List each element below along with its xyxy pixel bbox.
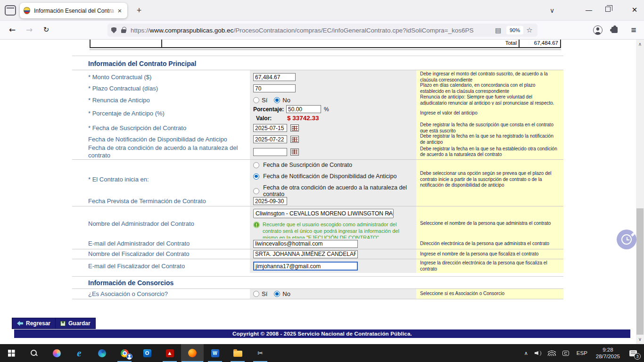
email-fiscalizador-input[interactable] bbox=[253, 262, 358, 271]
menu-hamburger-icon[interactable]: ≡ bbox=[627, 24, 640, 37]
form-row-email-administrador: E-mail del Administrador del Contrato Di… bbox=[72, 238, 563, 249]
radio-label-si: Sí bbox=[262, 97, 267, 104]
taskbar-internet-explorer-button[interactable]: e bbox=[68, 344, 91, 362]
form-row-fecha-otra-condicion: Fecha de otra condición de acuerdo a la … bbox=[72, 144, 563, 159]
tray-volume-button[interactable] bbox=[532, 344, 544, 362]
windows-logo-icon bbox=[8, 350, 15, 357]
monto-contractual-input[interactable] bbox=[253, 73, 296, 81]
scrollbar-thumb[interactable] bbox=[636, 208, 644, 335]
renuncia-si-radio[interactable] bbox=[253, 97, 259, 103]
section-title-consorcios: Información de Consorcios bbox=[72, 276, 563, 288]
taskbar-acrobat-button[interactable]: ▲ bbox=[158, 344, 181, 362]
tab-title: Información Esencial del Contra bbox=[34, 8, 116, 14]
tray-network-button[interactable] bbox=[545, 344, 558, 362]
firefox-icon bbox=[188, 349, 197, 357]
reload-button[interactable]: ↻ bbox=[40, 24, 53, 36]
tray-clock[interactable]: 9:2828/7/2025 bbox=[593, 344, 623, 362]
address-bar[interactable]: https://www.compraspublicas.gob.ec/Proce… bbox=[107, 24, 537, 37]
taskbar-copilot-button[interactable] bbox=[45, 344, 68, 362]
taskbar-snipping-tool-button[interactable]: ✂ bbox=[249, 344, 272, 362]
screen: Información Esencial del Contra × + ∨ — … bbox=[0, 0, 644, 362]
taskbar-edge-button[interactable] bbox=[91, 344, 113, 362]
total-label: Total bbox=[161, 40, 519, 47]
back-button[interactable]: ← bbox=[6, 24, 19, 36]
radio-label-no: No bbox=[282, 97, 290, 104]
taskbar-file-explorer-button[interactable] bbox=[226, 344, 249, 362]
browser-tab[interactable]: Información Esencial del Contra × bbox=[20, 3, 127, 18]
renuncia-no-radio[interactable] bbox=[274, 97, 280, 103]
system-tray: ∧ ESP 9:2828/7/2025 3 bbox=[522, 344, 644, 362]
word-icon: W bbox=[211, 349, 219, 357]
inicia-otra-condicion-radio[interactable] bbox=[253, 188, 259, 194]
inicia-notificacion-radio[interactable] bbox=[253, 173, 259, 180]
page-scrollbar[interactable]: ∧ ∨ bbox=[636, 40, 644, 344]
wifi-icon bbox=[548, 350, 556, 356]
inicia-suscripcion-radio[interactable] bbox=[253, 162, 259, 168]
site-favicon-icon bbox=[24, 7, 30, 14]
porcentaje-anticipo-input[interactable] bbox=[286, 105, 321, 113]
tray-date: 28/7/2025 bbox=[596, 354, 620, 359]
taskbar-chrome-button[interactable] bbox=[113, 344, 136, 362]
taskbar-start-button[interactable] bbox=[0, 344, 23, 362]
field-help bbox=[416, 196, 563, 206]
field-help: Debe registrar la fecha en la que se ha … bbox=[416, 144, 563, 159]
option-label: Fecha de otra condición de acuerdo a la … bbox=[263, 184, 416, 197]
windows-taskbar: e O ▲ W ✂ ∧ ESP 9:2828/7/2025 3 bbox=[0, 344, 644, 362]
scroll-up-icon[interactable]: ∧ bbox=[636, 41, 644, 48]
list-all-tabs-icon[interactable]: ∨ bbox=[546, 5, 558, 17]
plazo-contractual-input[interactable] bbox=[253, 84, 296, 92]
fecha-prevista-input[interactable] bbox=[253, 197, 287, 205]
taskbar-firefox-button[interactable] bbox=[181, 344, 204, 362]
calendar-icon[interactable] bbox=[290, 124, 299, 132]
administrador-select[interactable]: Cliwinsgton - CEVALLOS MORENO LIWINSGTON… bbox=[253, 209, 394, 218]
taskbar-outlook-button[interactable]: O bbox=[136, 344, 158, 362]
zoom-level-indicator[interactable]: 90% bbox=[506, 26, 523, 34]
contract-form: Información del Contrato Principal * Mon… bbox=[72, 56, 563, 299]
regresar-button[interactable]: Regresar bbox=[12, 318, 56, 329]
window-minimize-button[interactable]: — bbox=[581, 4, 597, 17]
url-text: https://www.compraspublicas.gob.ec/Proce… bbox=[131, 27, 493, 34]
bookmark-star-icon[interactable]: ☆ bbox=[525, 26, 534, 34]
fiscalizador-input[interactable] bbox=[253, 250, 358, 258]
email-administrador-input[interactable] bbox=[253, 240, 358, 248]
guardar-button[interactable]: Guardar bbox=[55, 318, 96, 329]
consorcio-si-radio[interactable] bbox=[253, 291, 259, 297]
lock-icon[interactable] bbox=[121, 27, 126, 33]
tray-language-indicator[interactable]: ESP bbox=[573, 344, 591, 362]
tray-notifications-button[interactable]: 3 bbox=[625, 344, 641, 362]
fecha-suscripcion-input[interactable] bbox=[253, 124, 287, 132]
field-label: E-mail del Administrador del Contrato bbox=[72, 239, 250, 249]
table-bottom-rule bbox=[90, 49, 561, 50]
tray-show-hidden-icons-button[interactable]: ∧ bbox=[522, 344, 530, 362]
consorcio-no-radio[interactable] bbox=[274, 291, 280, 297]
extensions-puzzle-icon[interactable] bbox=[611, 27, 618, 33]
percent-sign: % bbox=[324, 106, 329, 113]
form-row-fecha-notificacion: Fecha de Notificación de Disponibilidad … bbox=[72, 132, 563, 144]
porcentaje-label: Porcentaje: bbox=[253, 106, 286, 113]
valor-anticipo-value: $ 33742.33 bbox=[287, 115, 416, 122]
form-row-porcentaje: * Porcentaje de Anticipo (%) Porcentaje:… bbox=[72, 105, 563, 121]
fecha-otra-condicion-input[interactable] bbox=[253, 148, 287, 156]
calendar-icon[interactable] bbox=[290, 136, 299, 143]
notification-badge: 3 bbox=[634, 353, 641, 360]
display-icon bbox=[562, 351, 569, 356]
taskbar-word-button[interactable]: W bbox=[204, 344, 226, 362]
scroll-down-icon[interactable]: ∨ bbox=[636, 336, 644, 343]
tab-close-icon[interactable]: × bbox=[116, 7, 124, 15]
tray-time: 9:28 bbox=[603, 347, 613, 353]
window-restore-button[interactable] bbox=[605, 7, 611, 12]
form-row-fiscalizador: Nombre del Fiscalizador del Contrato Ing… bbox=[72, 249, 563, 259]
tray-display-button[interactable] bbox=[560, 344, 571, 362]
floating-timer-widget[interactable] bbox=[617, 230, 636, 249]
form-row-fecha-prevista: Fecha Prevista de Terminación de Contrat… bbox=[72, 196, 563, 206]
copilot-icon bbox=[53, 349, 61, 357]
reader-mode-icon[interactable]: ▤ bbox=[495, 26, 503, 34]
tracking-shield-icon[interactable] bbox=[111, 27, 116, 33]
window-close-button[interactable]: ✕ bbox=[627, 4, 642, 17]
account-icon[interactable] bbox=[593, 25, 603, 35]
firefox-view-icon[interactable] bbox=[5, 5, 16, 16]
fecha-notificacion-input[interactable] bbox=[253, 135, 287, 143]
new-tab-button[interactable]: + bbox=[133, 5, 145, 17]
taskbar-search-button[interactable] bbox=[23, 344, 45, 362]
calendar-icon[interactable] bbox=[290, 148, 299, 156]
